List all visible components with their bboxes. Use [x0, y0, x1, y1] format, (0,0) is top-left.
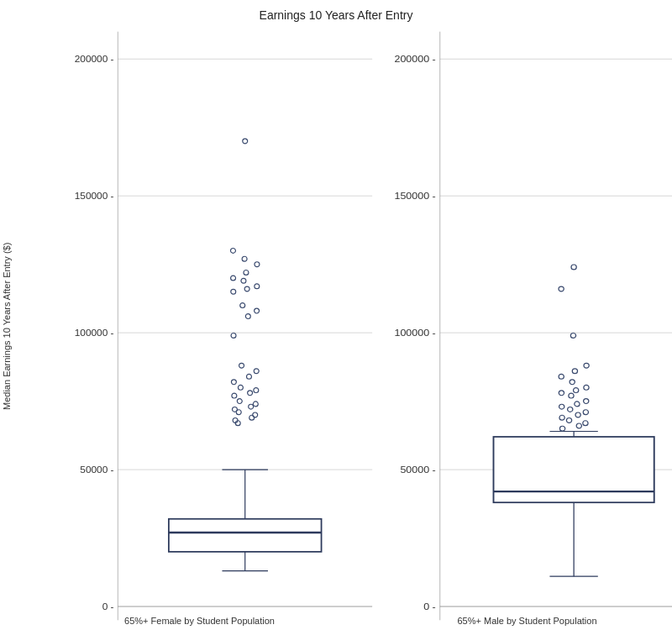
svg-point-83	[575, 412, 580, 417]
x-label-female: 65%+ Female by Student Population	[63, 616, 336, 626]
boxplot-male: 0 -50000 -100000 -150000 -200000 -	[382, 22, 672, 630]
plot-area-left: 0 -50000 -100000 -150000 -200000 - 65%+ …	[17, 22, 336, 630]
svg-text:100000 -: 100000 -	[75, 327, 114, 338]
svg-point-88	[559, 426, 564, 431]
svg-text:0 -: 0 -	[423, 601, 436, 612]
svg-point-29	[255, 308, 260, 313]
svg-point-85	[566, 418, 571, 423]
svg-point-75	[574, 388, 579, 393]
svg-point-76	[559, 391, 564, 396]
svg-point-44	[236, 410, 241, 415]
plot-area-right: 0 -50000 -100000 -150000 -200000 - 65%+ …	[336, 22, 672, 630]
svg-point-68	[559, 286, 564, 291]
svg-point-46	[249, 415, 255, 420]
svg-point-87	[576, 423, 581, 428]
svg-point-72	[559, 374, 564, 379]
svg-point-67	[571, 265, 576, 270]
x-label-male: 65%+ Male by Student Population	[382, 616, 672, 626]
svg-text:50000 -: 50000 -	[80, 464, 113, 475]
svg-point-23	[231, 276, 236, 281]
svg-point-82	[583, 410, 588, 415]
svg-point-34	[247, 374, 252, 379]
svg-point-84	[559, 415, 564, 420]
svg-point-45	[253, 412, 258, 417]
svg-point-19	[231, 248, 236, 253]
svg-text:100000 -: 100000 -	[394, 327, 435, 339]
svg-point-77	[569, 393, 574, 398]
svg-point-40	[237, 399, 242, 404]
svg-point-32	[239, 363, 244, 368]
boxplot-female: 0 -50000 -100000 -150000 -200000 -	[63, 22, 382, 630]
svg-point-78	[584, 399, 589, 404]
svg-point-38	[248, 391, 253, 396]
svg-point-79	[575, 402, 580, 407]
svg-point-42	[249, 404, 254, 409]
svg-point-35	[231, 380, 236, 385]
svg-text:150000 -: 150000 -	[75, 190, 114, 201]
svg-point-37	[254, 388, 259, 393]
svg-point-80	[559, 404, 564, 409]
left-panel: Median Earnings 10 Years After Entry ($)…	[0, 22, 336, 630]
svg-point-27	[231, 289, 236, 294]
svg-rect-16	[169, 519, 322, 552]
svg-text:150000 -: 150000 -	[394, 190, 435, 202]
svg-rect-65	[494, 437, 654, 502]
svg-point-86	[583, 421, 588, 426]
charts-row: Median Earnings 10 Years After Entry ($)…	[0, 22, 672, 630]
chart-title: Earnings 10 Years After Entry	[260, 8, 413, 22]
y-axis-label-left: Median Earnings 10 Years After Entry ($)	[0, 22, 17, 630]
svg-point-24	[241, 278, 246, 283]
svg-point-39	[232, 393, 237, 398]
svg-point-70	[584, 363, 589, 368]
svg-point-18	[243, 139, 248, 144]
svg-point-25	[255, 284, 260, 289]
svg-point-71	[572, 369, 577, 374]
svg-point-33	[254, 369, 259, 374]
svg-point-20	[242, 256, 247, 261]
svg-text:50000 -: 50000 -	[400, 464, 435, 475]
svg-point-36	[238, 385, 243, 390]
svg-text:200000 -: 200000 -	[394, 53, 435, 65]
chart-container: Earnings 10 Years After Entry Median Ear…	[0, 0, 672, 630]
svg-point-41	[253, 402, 258, 407]
svg-point-21	[255, 262, 260, 267]
svg-point-31	[231, 333, 236, 338]
svg-point-22	[244, 270, 249, 276]
svg-point-28	[240, 303, 245, 308]
svg-point-30	[245, 314, 250, 319]
svg-text:0 -: 0 -	[102, 601, 114, 612]
svg-point-81	[568, 407, 573, 412]
svg-point-69	[570, 333, 575, 338]
svg-text:200000 -: 200000 -	[75, 53, 114, 64]
right-panel: 0 -50000 -100000 -150000 -200000 - 65%+ …	[336, 22, 672, 630]
svg-point-26	[244, 286, 249, 291]
svg-point-73	[570, 380, 575, 385]
svg-point-74	[584, 385, 589, 390]
